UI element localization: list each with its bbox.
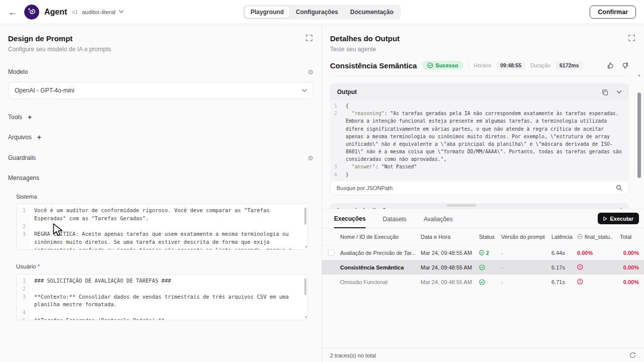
top-bar: ← Agent v1 auditor-literal Playground Co… [0,0,644,24]
result-header: Consistência Semântica Sucesso Horário 0… [330,61,636,70]
right-panel-subtitle: Teste seu agente [330,46,636,53]
line-number: 1 [17,207,30,223]
divider [468,61,469,69]
system-message-label: Sistema [16,194,313,200]
total: 0.00% [620,279,639,285]
thumbs-down-icon[interactable] [621,62,629,69]
code-line: REGRA CRÍTICA: Aceite apenas tarefas que… [30,230,307,250]
play-icon [603,216,607,221]
jsonpath-search-input[interactable] [337,185,616,191]
col-status[interactable]: Status [479,234,501,240]
expand-icon[interactable] [628,34,635,43]
alert-circle-icon [577,264,620,271]
line-number: 5 [17,317,30,320]
expand-icon[interactable] [306,34,312,43]
model-select-value: OpenAI - GPT-4o-mini [15,87,74,94]
prompt-version: - [501,250,551,256]
editor-scroll-down-icon[interactable]: ▼ [305,244,307,249]
table-row[interactable]: Avaliação de Precisão de Tar... Mar 24, … [322,245,644,260]
status-badge: Sucesso [422,61,463,70]
latency: 6.71s [551,279,577,285]
model-select[interactable]: OpenAI - GPT-4o-mini [8,82,313,99]
table-row[interactable]: Omissão Funcional Mar 24, 09:48:55 AM - … [322,275,644,289]
prompt-version: - [501,279,551,285]
add-file-button[interactable]: + [37,133,41,141]
tab-documentacao[interactable]: Documentação [344,6,399,18]
right-panel-title: Detalhes do Output [330,34,636,43]
tab-playground[interactable]: Playground [245,6,290,18]
tab-configuracoes[interactable]: Configurações [290,6,344,18]
variant-label: auditor-literal [82,9,115,15]
editor-scroll-down-icon[interactable]: ▼ [305,315,307,319]
col-total[interactable]: Total [620,234,639,240]
run-name: Consistência Semântica [340,264,421,270]
confirm-button[interactable]: Confirmar [590,6,636,19]
user-message-editor[interactable]: 1### SOLICITAÇÃO DE AVALIAÇÃO DE TAREFAS… [16,274,308,320]
output-json-viewer[interactable]: 1{ 2 "reasoning": "As tarefas geradas pe… [330,101,629,182]
alert-circle-icon [577,279,620,286]
time-value: 09:48:55 [496,61,525,69]
app-title: Agent [44,8,67,17]
prompt-version: - [501,264,551,270]
duration-label: Duração [530,62,550,68]
col-datetime[interactable]: Data e Hora [421,234,479,240]
run-button[interactable]: Executar [598,213,639,224]
final-status: 0.00% [577,250,620,256]
guardrails-gear-icon[interactable]: ⚙ [307,155,313,161]
tab-datasets[interactable]: Datasets [383,216,407,228]
editor-scrollbar[interactable] [304,278,306,295]
traces-total-label: 2 traces(s) no total [330,352,376,358]
run-name: Omissão Funcional [340,279,421,285]
col-prompt-version[interactable]: Versão do prompt [501,234,551,240]
check-circle-icon [427,62,433,68]
system-message-editor[interactable]: 1Você é um auditor de conformidade rigor… [16,204,308,250]
scrollbar-thumb[interactable] [637,93,641,178]
tab-avaliacoes[interactable]: Avaliações [424,216,453,228]
table-header-row: Nome / ID de Execução Data e Hora Status… [322,228,644,245]
output-card-header[interactable]: Output [330,83,629,101]
table-footer: 2 traces(s) no total [322,348,644,362]
json-line: { [341,102,629,110]
files-label: Arquivos [8,134,32,141]
collapse-chevron-down-icon[interactable] [616,90,622,94]
latency: 6.17s [551,264,577,270]
duration-value: 6172ms [555,61,583,69]
status-cell [479,279,501,285]
left-panel-title: Design de Prompt [8,34,313,43]
output-card: Output 1{ 2 "reasoning": "As tarefas ger… [330,83,629,195]
col-name[interactable]: Nome / ID de Execução [340,234,421,240]
line-number: 3 [17,230,30,250]
search-icon[interactable] [616,185,622,191]
header-tab-group: Playground Configurações Documentação [243,5,401,20]
model-label: Modelo [8,68,28,75]
model-chevron-down-icon [302,89,307,93]
tab-execucoes[interactable]: Execuções [334,215,366,228]
line-number: 3 [330,163,341,170]
variant-chevron-down-icon[interactable] [119,10,124,14]
copy-icon[interactable] [602,89,608,96]
guardrails-label: Guardrails [8,154,36,161]
scroll-up-icon[interactable]: ▲ [637,73,641,77]
json-line: } [341,171,629,178]
code-line: Você é um auditor de conformidade rigoro… [30,207,307,223]
run-datetime: Mar 24, 09:48:55 AM [421,264,479,270]
line-number: 4 [17,309,30,317]
table-row-selected[interactable]: Consistência Semântica Mar 24, 09:48:55 … [322,260,644,275]
panel-resize-handle[interactable] [447,204,476,207]
back-arrow-icon[interactable]: ← [8,8,17,17]
col-latency[interactable]: Latência [551,234,577,240]
check-circle-icon [479,279,485,285]
add-tool-button[interactable]: + [28,113,32,121]
messages-label: Mensagens [8,174,313,182]
line-number: 4 [330,171,341,178]
output-title: Output [337,88,357,96]
refresh-icon[interactable] [629,352,636,358]
code-line: **Contexto:** Consolidar dados de vendas… [30,293,307,309]
editor-scrollbar[interactable] [304,208,306,225]
row-checkbox[interactable] [328,249,335,256]
model-gear-icon[interactable]: ⚙ [307,69,313,75]
col-final-status[interactable]: final_statu.. [577,234,620,240]
thumbs-up-icon[interactable] [607,62,614,69]
prompt-design-panel: Design de Prompt Configure seu modelo de… [0,24,322,362]
required-asterisk: * [38,263,40,269]
